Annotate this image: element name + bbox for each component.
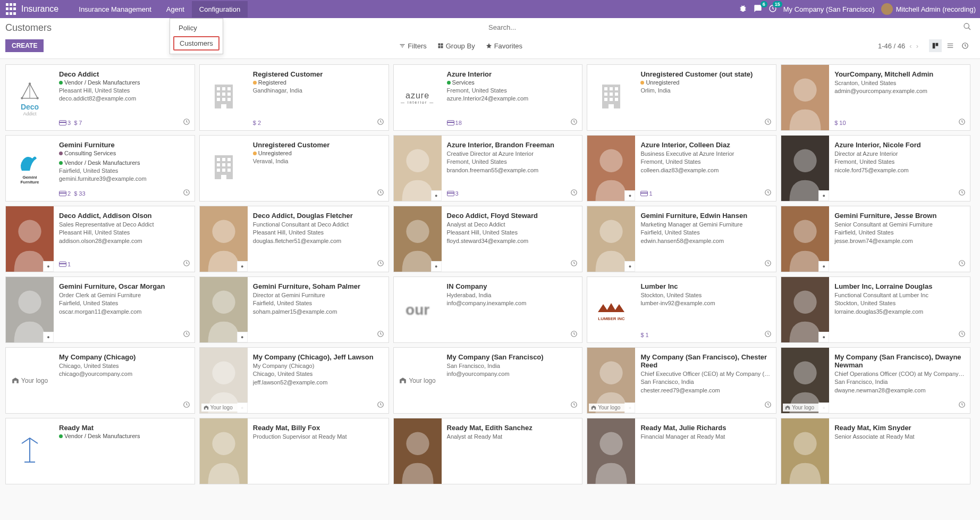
- favorites-button[interactable]: Favorites: [486, 42, 522, 50]
- activity-clock-icon[interactable]: [183, 118, 190, 127]
- card-avatar: [200, 418, 248, 484]
- activity-clock-icon[interactable]: [570, 118, 578, 127]
- svg-rect-2: [933, 43, 935, 49]
- pager-next-icon[interactable]: ›: [916, 42, 918, 50]
- activity-clock-icon[interactable]: [570, 401, 578, 410]
- customer-card[interactable]: ●Deco Addict, Floyd StewardAnalyst at De…: [393, 206, 583, 272]
- activity-clock-icon[interactable]: [570, 330, 578, 339]
- card-line: Fairfield, United States: [59, 167, 190, 175]
- customer-card[interactable]: ●Azure Interior, Brandon FreemanCreative…: [393, 135, 583, 202]
- dropdown-customers[interactable]: Customers: [173, 36, 219, 51]
- customer-card[interactable]: LUMBER INCLumber IncStockton, United Sta…: [587, 276, 776, 343]
- filters-button[interactable]: Filters: [399, 42, 426, 50]
- customer-card[interactable]: Your logoMy Company (San Francisco)San F…: [393, 347, 583, 414]
- activity-clock-icon[interactable]: [764, 259, 772, 269]
- activity-icon[interactable]: 15: [768, 4, 777, 14]
- customer-card[interactable]: Ready Mat, Billy FoxProduction Superviso…: [199, 418, 389, 484]
- search-input[interactable]: [488, 23, 963, 31]
- search-wrap: [488, 21, 971, 34]
- customer-card[interactable]: YourCompany, Mitchell AdminScranton, Uni…: [781, 64, 970, 131]
- customer-card[interactable]: ●Azure Interior, Nicole FordDirector at …: [781, 135, 970, 202]
- customer-card[interactable]: ●Gemini Furniture, Jesse BrownSenior Con…: [781, 206, 970, 272]
- customer-card[interactable]: ●Gemini Furniture, Soham PalmerDirector …: [199, 276, 389, 343]
- card-avatar: [394, 418, 442, 484]
- apps-icon[interactable]: [4, 3, 17, 15]
- brand-title[interactable]: Insurance: [21, 4, 58, 14]
- customer-card[interactable]: ●Your logoMy Company (San Francisco), Dw…: [781, 347, 970, 414]
- card-avatar: [6, 418, 54, 484]
- activity-clock-icon[interactable]: [183, 401, 190, 410]
- customer-card[interactable]: azure— interior —Azure InteriorServicesF…: [393, 64, 583, 131]
- customer-card[interactable]: Ready Mat, Julie RichardsFinancial Manag…: [587, 418, 776, 484]
- card-line: Sales Representative at Deco Addict: [59, 221, 190, 229]
- view-activity-icon[interactable]: [959, 39, 971, 52]
- groupby-button[interactable]: Group By: [437, 42, 475, 50]
- card-line: Orlim, India: [640, 87, 772, 95]
- company-switcher[interactable]: My Company (San Francisco): [783, 5, 875, 13]
- card-line: Hyderabad, India: [447, 291, 578, 299]
- activity-clock-icon[interactable]: [958, 259, 966, 269]
- activity-clock-icon[interactable]: [377, 259, 384, 269]
- card-amount: $ 1: [640, 332, 648, 338]
- activity-clock-icon[interactable]: [570, 189, 578, 198]
- company-badge-icon: ●: [818, 332, 829, 342]
- card-line: Functional Consultant at Deco Addict: [253, 221, 384, 229]
- activity-clock-icon[interactable]: [958, 118, 966, 127]
- activity-clock-icon[interactable]: [958, 189, 966, 198]
- create-button[interactable]: CREATE: [5, 39, 44, 52]
- customer-card[interactable]: ●Azure Interior, Colleen DiazBusiness Ex…: [587, 135, 776, 202]
- customer-card[interactable]: ●Lumber Inc, Lorraine DouglasFunctional …: [781, 276, 970, 343]
- nav-insurance-management[interactable]: Insurance Management: [71, 1, 159, 18]
- activity-clock-icon[interactable]: [958, 401, 966, 410]
- activity-clock-icon[interactable]: [570, 259, 578, 269]
- customer-card[interactable]: Unregistered CustomerUnregisteredVeraval…: [199, 135, 389, 202]
- activity-clock-icon[interactable]: [183, 189, 190, 198]
- activity-clock-icon[interactable]: [764, 401, 772, 410]
- activity-clock-icon[interactable]: [764, 189, 772, 198]
- card-line: Senior Associate at Ready Mat: [834, 433, 966, 441]
- activity-clock-icon[interactable]: [377, 189, 384, 198]
- activity-clock-icon[interactable]: [183, 259, 190, 269]
- activity-clock-icon[interactable]: [764, 330, 772, 339]
- card-avatar: ●: [781, 206, 829, 272]
- view-list-icon[interactable]: [944, 39, 957, 52]
- customer-card[interactable]: DecoAddictDeco AddictVendor / Desk Manuf…: [5, 64, 195, 131]
- card-line: chicago@yourcompany.com: [59, 370, 190, 378]
- activity-clock-icon[interactable]: [377, 330, 384, 339]
- customer-card[interactable]: Ready Mat, Edith SanchezAnalyst at Ready…: [393, 418, 583, 484]
- user-menu[interactable]: Mitchell Admin (recording): [881, 3, 976, 15]
- search-icon[interactable]: [963, 22, 971, 32]
- customer-card[interactable]: ●Gemini Furniture, Oscar MorganOrder Cle…: [5, 276, 195, 343]
- customer-card[interactable]: GeminiFurnitureGemini FurnitureConsultin…: [5, 135, 195, 202]
- customer-card[interactable]: ourIN CompanyHyderabad, Indiainfo@compan…: [393, 276, 583, 343]
- view-kanban-icon[interactable]: [929, 39, 942, 52]
- card-avatar: ●Your logo: [587, 348, 635, 413]
- customer-card[interactable]: ●Your logoMy Company (Chicago), Jeff Law…: [199, 347, 389, 414]
- card-payment-icon: 3: [447, 190, 459, 197]
- company-badge-icon: ●: [431, 190, 442, 201]
- discuss-icon[interactable]: 6: [754, 4, 762, 14]
- customer-card[interactable]: Your logoMy Company (Chicago)Chicago, Un…: [5, 347, 195, 414]
- customer-card[interactable]: Ready MatVendor / Desk Manufacturers: [5, 418, 195, 484]
- bug-icon[interactable]: [739, 4, 747, 14]
- customer-card[interactable]: ●Gemini Furniture, Edwin HansenMarketing…: [587, 206, 776, 272]
- customer-card[interactable]: ●Deco Addict, Douglas FletcherFunctional…: [199, 206, 389, 272]
- card-title: Deco Addict, Addison Olson: [59, 212, 190, 220]
- svg-rect-17: [222, 98, 225, 101]
- activity-clock-icon[interactable]: [377, 401, 384, 410]
- nav-configuration[interactable]: Configuration: [192, 1, 248, 18]
- activity-clock-icon[interactable]: [764, 118, 772, 127]
- customer-card[interactable]: ●Your logoMy Company (San Francisco), Ch…: [587, 347, 776, 414]
- customer-card[interactable]: Unregistered Customer (out state)Unregis…: [587, 64, 776, 131]
- customer-card[interactable]: ●Deco Addict, Addison OlsonSales Represe…: [5, 206, 195, 272]
- nav-agent[interactable]: Agent: [159, 1, 192, 18]
- activity-clock-icon[interactable]: [377, 118, 384, 127]
- pager-prev-icon[interactable]: ‹: [909, 42, 911, 50]
- customer-card[interactable]: Registered CustomerRegisteredGandhinagar…: [199, 64, 389, 131]
- card-avatar: [587, 65, 635, 130]
- activity-clock-icon[interactable]: [958, 330, 966, 339]
- customer-card[interactable]: Ready Mat, Kim SnyderSenior Associate at…: [781, 418, 970, 484]
- dropdown-policy[interactable]: Policy: [170, 21, 223, 35]
- activity-clock-icon[interactable]: [183, 330, 190, 339]
- card-avatar: DecoAddict: [6, 65, 54, 130]
